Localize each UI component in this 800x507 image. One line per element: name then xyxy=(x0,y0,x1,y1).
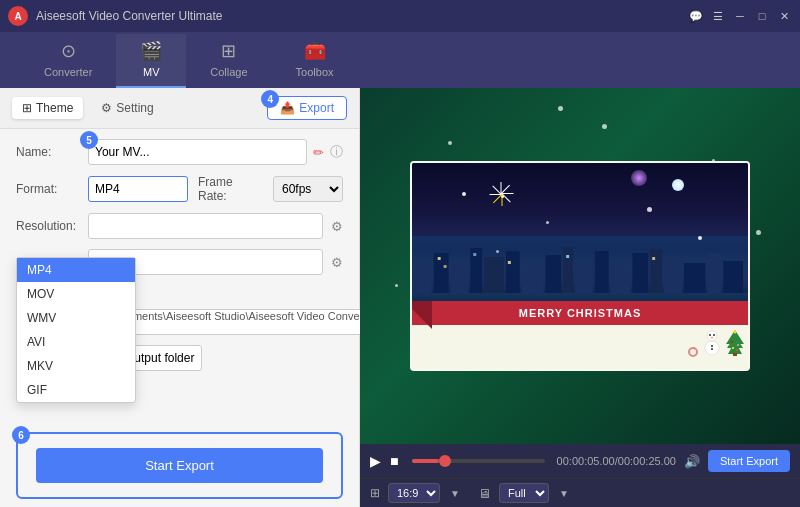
export-icon: 📤 xyxy=(280,101,295,115)
svg-point-35 xyxy=(734,331,737,334)
dropdown-item-mov[interactable]: MOV xyxy=(17,282,135,306)
quality-select[interactable]: Full Half xyxy=(499,483,549,503)
setting-icon: ⚙ xyxy=(101,101,112,115)
subtab-setting[interactable]: ⚙ Setting xyxy=(91,97,163,119)
export-top-label: Export xyxy=(299,101,334,115)
progress-bar[interactable] xyxy=(412,459,545,463)
maximize-btn[interactable]: □ xyxy=(754,8,770,24)
svg-rect-6 xyxy=(522,263,544,293)
preview-bg: MERRY CHRISTMAS xyxy=(360,88,800,444)
quality-gear-icon[interactable]: ⚙ xyxy=(331,255,343,270)
tab-converter-label: Converter xyxy=(44,66,92,78)
format-dropdown[interactable]: MP4 MOV WMV AVI MKV GIF xyxy=(88,176,188,202)
preview-area: MERRY CHRISTMAS xyxy=(360,88,800,444)
name-input[interactable] xyxy=(88,139,307,165)
svg-rect-18 xyxy=(438,257,441,260)
progress-dot xyxy=(439,455,451,467)
dropdown-item-wmv[interactable]: WMV xyxy=(17,306,135,330)
format-label: Format: xyxy=(16,182,88,196)
firework-left xyxy=(486,180,516,210)
resolution-label: Resolution: xyxy=(16,219,88,233)
svg-rect-0 xyxy=(412,263,432,293)
svg-rect-8 xyxy=(563,247,573,293)
message-btn[interactable]: 💬 xyxy=(688,8,704,24)
start-export-button[interactable]: Start Export xyxy=(36,448,323,483)
window-controls[interactable]: 💬 ☰ ─ □ ✕ xyxy=(688,8,792,24)
svg-rect-7 xyxy=(545,255,561,293)
left-panel: ⊞ Theme ⚙ Setting 4 📤 Export Name: 5 xyxy=(0,88,360,507)
christmas-banner: MERRY CHRISTMAS xyxy=(412,301,748,325)
tab-collage-label: Collage xyxy=(210,66,247,78)
name-badge: 5 xyxy=(80,131,98,149)
resolution-gear-icon[interactable]: ⚙ xyxy=(331,219,343,234)
svg-point-36 xyxy=(731,341,733,343)
volume-icon[interactable]: 🔊 xyxy=(684,454,700,469)
svg-rect-11 xyxy=(611,261,631,293)
export-top-button[interactable]: 📤 Export xyxy=(267,96,347,120)
name-label: Name: xyxy=(16,145,88,159)
start-export-preview-button[interactable]: Start Export xyxy=(708,450,790,472)
minimize-btn[interactable]: ─ xyxy=(732,8,748,24)
sub-tabs: ⊞ Theme ⚙ Setting 4 📤 Export xyxy=(0,88,359,129)
format-select-wrapper: MP4 MOV WMV AVI MKV GIF xyxy=(88,176,188,202)
preview-card: MERRY CHRISTMAS xyxy=(410,161,750,371)
tab-toolbox[interactable]: 🧰 Toolbox xyxy=(272,34,358,88)
start-export-wrapper: 6 Start Export xyxy=(16,432,343,499)
tab-converter[interactable]: ⊙ Converter xyxy=(20,34,116,88)
monitor-icon: 🖥 xyxy=(478,486,491,501)
dropdown-item-avi[interactable]: AVI xyxy=(17,330,135,354)
name-edit-icon[interactable]: ✏ xyxy=(313,145,324,160)
tab-collage[interactable]: ⊞ Collage xyxy=(186,34,271,88)
svg-rect-1 xyxy=(434,253,449,293)
name-info-icon: ⓘ xyxy=(330,143,343,161)
svg-rect-12 xyxy=(632,253,648,293)
dropdown-item-mkv[interactable]: MKV xyxy=(17,354,135,378)
menu-btn[interactable]: ☰ xyxy=(710,8,726,24)
converter-icon: ⊙ xyxy=(61,40,76,62)
tab-toolbox-label: Toolbox xyxy=(296,66,334,78)
preview-image xyxy=(412,163,748,308)
time-display: 00:00:05.00/00:00:25.00 xyxy=(557,455,676,467)
snow3 xyxy=(647,207,652,212)
city-skyline xyxy=(412,243,748,293)
collage-icon: ⊞ xyxy=(221,40,236,62)
svg-rect-19 xyxy=(444,265,447,268)
svg-rect-2 xyxy=(451,261,469,293)
svg-rect-4 xyxy=(484,257,504,293)
settings-area: Name: 5 ✏ ⓘ Format: MP4 MOV WMV xyxy=(0,129,359,424)
toolbox-icon: 🧰 xyxy=(304,40,326,62)
mv-icon: 🎬 xyxy=(140,40,162,62)
svg-rect-5 xyxy=(506,251,520,293)
tab-mv[interactable]: 🎬 MV xyxy=(116,34,186,88)
svg-point-26 xyxy=(709,334,711,336)
svg-rect-34 xyxy=(733,353,737,356)
dropdown-item-mp4[interactable]: MP4 xyxy=(17,258,135,282)
dropdown-item-gif[interactable]: GIF xyxy=(17,378,135,402)
format-dropdown-popup: MP4 MOV WMV AVI MKV GIF xyxy=(16,257,136,403)
svg-rect-9 xyxy=(575,259,593,293)
subtab-theme[interactable]: ⊞ Theme xyxy=(12,97,83,119)
format-row: Format: MP4 MOV WMV AVI MKV GIF Frame Ra… xyxy=(16,175,343,203)
svg-rect-17 xyxy=(723,261,743,293)
svg-point-38 xyxy=(732,347,734,349)
svg-rect-14 xyxy=(664,257,682,293)
app-title: Aiseesoft Video Converter Ultimate xyxy=(36,9,688,23)
stop-button[interactable]: ⏹ xyxy=(389,455,400,467)
christmas-tree xyxy=(726,328,744,359)
play-button[interactable]: ▶ xyxy=(370,453,381,469)
framerate-select[interactable]: 60fps 30fps 24fps xyxy=(273,176,343,202)
quality-chevron: ▼ xyxy=(559,488,569,499)
ratio-label: ⊞ xyxy=(370,486,380,500)
main-content: ⊞ Theme ⚙ Setting 4 📤 Export Name: 5 xyxy=(0,88,800,507)
svg-point-30 xyxy=(711,348,713,350)
start-export-badge: 6 xyxy=(12,426,30,444)
title-bar: A Aiseesoft Video Converter Ultimate 💬 ☰… xyxy=(0,0,800,32)
svg-rect-23 xyxy=(652,257,655,260)
close-btn[interactable]: ✕ xyxy=(776,8,792,24)
snow4 xyxy=(496,250,499,253)
svg-rect-21 xyxy=(508,261,511,264)
app-logo: A xyxy=(8,6,28,26)
ratio-select[interactable]: 16:9 4:3 1:1 xyxy=(388,483,440,503)
svg-point-37 xyxy=(737,344,739,346)
svg-point-29 xyxy=(711,345,713,347)
